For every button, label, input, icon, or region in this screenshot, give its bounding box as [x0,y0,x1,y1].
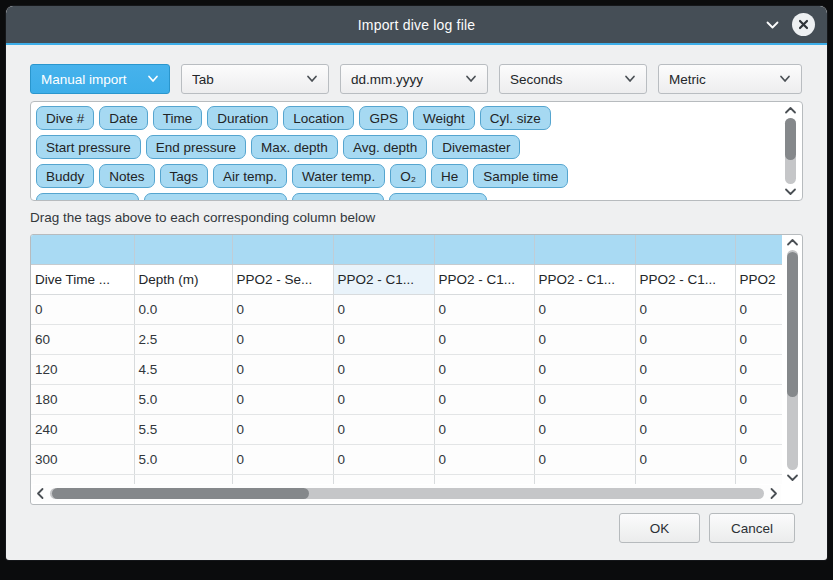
table-cell: 0 [534,324,635,354]
table-cell: 0 [635,444,735,474]
table-cell: 0 [735,444,782,474]
table-cell: 0 [434,294,534,324]
titlebar[interactable]: Import dive log file [6,6,827,43]
tag-dive[interactable]: Dive # [36,106,94,130]
table-cell [534,474,635,484]
column-header[interactable]: PPO2 - C1... [534,264,635,294]
column-header[interactable]: Depth (m) [134,264,232,294]
column-header[interactable]: PPO2 - C1... [434,264,534,294]
column-drop-target[interactable] [434,235,534,264]
tag-location[interactable]: Location [283,106,354,130]
table-cell [333,474,434,484]
combo-label: Manual import [41,72,141,87]
tag-buddy[interactable]: Buddy [36,164,94,188]
table-cell: 300 [31,444,134,474]
table-cell: 0 [534,384,635,414]
tag-list-scrollbar[interactable] [782,105,798,197]
tag-tags[interactable]: Tags [160,164,209,188]
tag-time[interactable]: Time [153,106,203,130]
table-grid: Dive Time ...Depth (m)PPO2 - Se...PPO2 -… [31,235,782,484]
table-cell: 0 [735,324,782,354]
column-header[interactable]: PPO2 - C1... [333,264,434,294]
table-cell: 0 [735,294,782,324]
titlebar-chevron-down-icon[interactable] [765,20,780,30]
import-preview-table: Dive Time ...Depth (m)PPO2 - Se...PPO2 -… [30,234,803,505]
tag-sample-depth[interactable]: Sample depth [36,193,139,201]
chevron-down-icon [779,75,791,83]
table-vertical-scrollbar[interactable] [784,237,800,483]
table-cell [134,474,232,484]
column-header[interactable]: PPO2 - C1... [635,264,735,294]
table-row: 00.0000000 [31,294,782,324]
close-button[interactable] [792,13,815,36]
tag-sample-po[interactable]: Sample pO₂ [292,193,385,201]
scrollbar-thumb[interactable] [785,118,796,160]
tag-sample-temperature[interactable]: Sample temperature [144,193,286,201]
table-cell: 0 [232,444,333,474]
table-row: 1204.5000000 [31,354,782,384]
window-title: Import dive log file [6,17,827,33]
table-cell: 0 [232,354,333,384]
combo-label: dd.mm.yyyy [351,72,459,87]
titlebar-accent-line [6,43,827,45]
scrollbar-thumb[interactable] [787,252,798,397]
column-drop-target[interactable] [333,235,434,264]
units-select[interactable]: Metric [658,64,802,94]
scroll-left-icon[interactable] [33,487,48,500]
scroll-down-icon[interactable] [786,472,799,483]
scrollbar-track[interactable] [787,250,798,470]
tag-sample-cns[interactable]: Sample CNS [389,193,487,201]
column-drop-target[interactable] [635,235,735,264]
field-separator-select[interactable]: Tab [181,64,329,94]
tag-row: Dive #DateTimeDurationLocationGPSWeightC… [36,106,776,130]
tag-air-temp[interactable]: Air temp. [213,164,287,188]
tag-max-depth[interactable]: Max. depth [251,135,338,159]
scroll-up-icon[interactable] [784,105,797,116]
tag-sample-time[interactable]: Sample time [473,164,568,188]
tag-he[interactable]: He [431,164,468,188]
tag-divemaster[interactable]: Divemaster [432,135,520,159]
tag-o[interactable]: O₂ [390,164,426,188]
table-cell [735,474,782,484]
tag-duration[interactable]: Duration [207,106,278,130]
scroll-down-icon[interactable] [784,186,797,197]
column-header[interactable]: PPO2 [735,264,782,294]
tag-end-pressure[interactable]: End pressure [146,135,246,159]
import-type-select[interactable]: Manual import [30,64,170,94]
import-dialog-window: Import dive log file Manual import Tab d… [6,6,827,560]
table-cell [31,474,134,484]
tag-date[interactable]: Date [99,106,148,130]
column-header[interactable]: PPO2 - Se... [232,264,333,294]
tag-avg-depth[interactable]: Avg. depth [343,135,427,159]
scrollbar-thumb[interactable] [52,488,309,499]
table-cell: 2.5 [134,324,232,354]
scrollbar-track[interactable] [50,488,764,499]
time-format-select[interactable]: Seconds [499,64,647,94]
tag-list: Dive #DateTimeDurationLocationGPSWeightC… [31,102,802,201]
scroll-right-icon[interactable] [766,487,781,500]
column-drop-target[interactable] [232,235,333,264]
column-drop-target[interactable] [735,235,782,264]
tag-weight[interactable]: Weight [413,106,475,130]
tag-cyl-size[interactable]: Cyl. size [480,106,551,130]
tag-water-temp[interactable]: Water temp. [292,164,385,188]
column-drop-target[interactable] [534,235,635,264]
chevron-down-icon [465,75,477,83]
tag-gps[interactable]: GPS [359,106,408,130]
scroll-up-icon[interactable] [786,237,799,248]
column-drop-target[interactable] [31,235,134,264]
column-header[interactable]: Dive Time ... [31,264,134,294]
import-options-row: Manual import Tab dd.mm.yyyy Seconds Met… [30,64,803,94]
ok-button[interactable]: OK [619,513,700,543]
chevron-down-icon [624,75,636,83]
tag-notes[interactable]: Notes [99,164,154,188]
scrollbar-track[interactable] [785,118,796,184]
cancel-button[interactable]: Cancel [709,513,795,543]
tag-start-pressure[interactable]: Start pressure [36,135,141,159]
table-horizontal-scrollbar[interactable] [33,485,781,502]
table-row-partial [31,474,782,484]
table-cell: 0 [333,414,434,444]
column-drop-target[interactable] [134,235,232,264]
date-format-select[interactable]: dd.mm.yyyy [340,64,488,94]
table-cell: 0 [232,414,333,444]
